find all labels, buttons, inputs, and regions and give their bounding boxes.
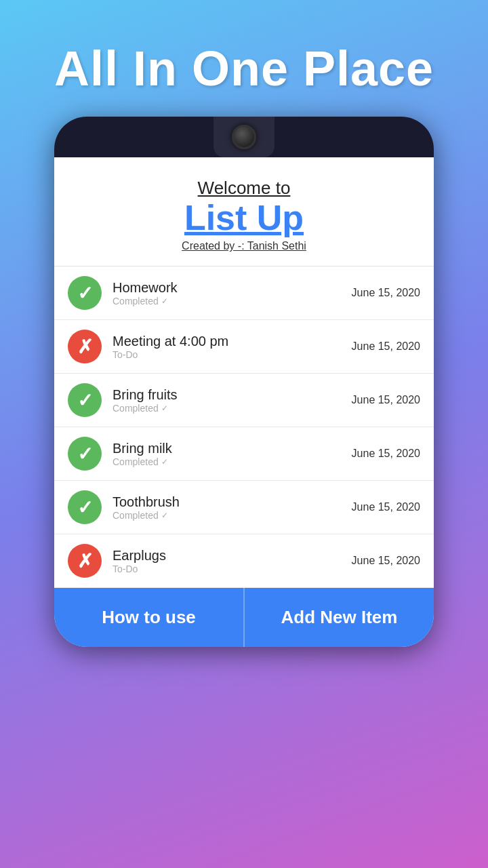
list-item[interactable]: ✓ Homework Completed ✓ June 15, 2020 — [54, 267, 434, 320]
list-item[interactable]: ✓ Bring fruits Completed ✓ June 15, 2020 — [54, 374, 434, 427]
item-status-6: To-Do — [113, 564, 352, 574]
checkmark-icon: ✓ — [77, 443, 93, 465]
item-info-3: Bring fruits Completed ✓ — [113, 387, 352, 414]
item-info-2: Meeting at 4:00 pm To-Do — [113, 334, 352, 360]
cross-icon: ✗ — [77, 550, 93, 572]
checkmark-icon: ✓ — [77, 282, 93, 304]
status-icon-1: ✓ — [68, 276, 102, 310]
small-check-icon: ✓ — [161, 403, 168, 413]
creator-text: Created by -: Tanish Sethi — [68, 240, 420, 252]
how-to-use-button[interactable]: How to use — [54, 588, 245, 647]
item-name-6: Earplugs — [113, 548, 352, 564]
hero-title: All In One Place — [54, 41, 434, 96]
item-info-4: Bring milk Completed ✓ — [113, 441, 352, 467]
bottom-buttons: How to use Add New Item — [54, 588, 434, 647]
status-icon-3: ✓ — [68, 383, 102, 417]
item-date-4: June 15, 2020 — [352, 448, 420, 460]
list-item[interactable]: ✓ Bring milk Completed ✓ June 15, 2020 — [54, 427, 434, 481]
status-icon-4: ✓ — [68, 437, 102, 471]
item-status-4: Completed ✓ — [113, 456, 352, 467]
phone-screen: Welcome to List Up Created by -: Tanish … — [54, 157, 434, 647]
small-check-icon: ✓ — [161, 457, 168, 467]
welcome-text: Welcome to — [68, 178, 420, 199]
phone-device: Welcome to List Up Created by -: Tanish … — [54, 117, 434, 647]
item-status-5: Completed ✓ — [113, 510, 352, 521]
status-icon-2: ✗ — [68, 330, 102, 363]
status-icon-6: ✗ — [68, 544, 102, 578]
phone-outer: Welcome to List Up Created by -: Tanish … — [54, 117, 434, 647]
checkmark-icon: ✓ — [77, 496, 93, 519]
item-name-4: Bring milk — [113, 441, 352, 456]
item-status-3: Completed ✓ — [113, 403, 352, 414]
add-new-item-button[interactable]: Add New Item — [245, 588, 434, 647]
list-container: ✓ Homework Completed ✓ June 15, 2020 ✗ M… — [54, 267, 434, 588]
screen-header: Welcome to List Up Created by -: Tanish … — [54, 157, 434, 267]
camera-lens — [232, 125, 256, 149]
list-item[interactable]: ✗ Earplugs To-Do June 15, 2020 — [54, 534, 434, 588]
item-name-2: Meeting at 4:00 pm — [113, 334, 352, 349]
list-item[interactable]: ✓ Toothbrush Completed ✓ June 15, 2020 — [54, 481, 434, 534]
app-name: List Up — [68, 199, 420, 237]
item-date-5: June 15, 2020 — [352, 501, 420, 513]
checkmark-icon: ✓ — [77, 389, 93, 412]
item-name-5: Toothbrush — [113, 494, 352, 510]
small-check-icon: ✓ — [161, 296, 168, 306]
small-check-icon: ✓ — [161, 511, 168, 520]
item-name-1: Homework — [113, 280, 352, 296]
item-date-3: June 15, 2020 — [352, 394, 420, 406]
camera-bump — [214, 117, 274, 157]
item-info-5: Toothbrush Completed ✓ — [113, 494, 352, 521]
item-date-6: June 15, 2020 — [352, 555, 420, 567]
item-date-1: June 15, 2020 — [352, 287, 420, 299]
list-item[interactable]: ✗ Meeting at 4:00 pm To-Do June 15, 2020 — [54, 320, 434, 374]
item-date-2: June 15, 2020 — [352, 340, 420, 353]
item-status-2: To-Do — [113, 349, 352, 360]
item-name-3: Bring fruits — [113, 387, 352, 403]
item-info-1: Homework Completed ✓ — [113, 280, 352, 307]
item-info-6: Earplugs To-Do — [113, 548, 352, 574]
status-icon-5: ✓ — [68, 490, 102, 524]
item-status-1: Completed ✓ — [113, 296, 352, 307]
cross-icon: ✗ — [77, 336, 93, 358]
